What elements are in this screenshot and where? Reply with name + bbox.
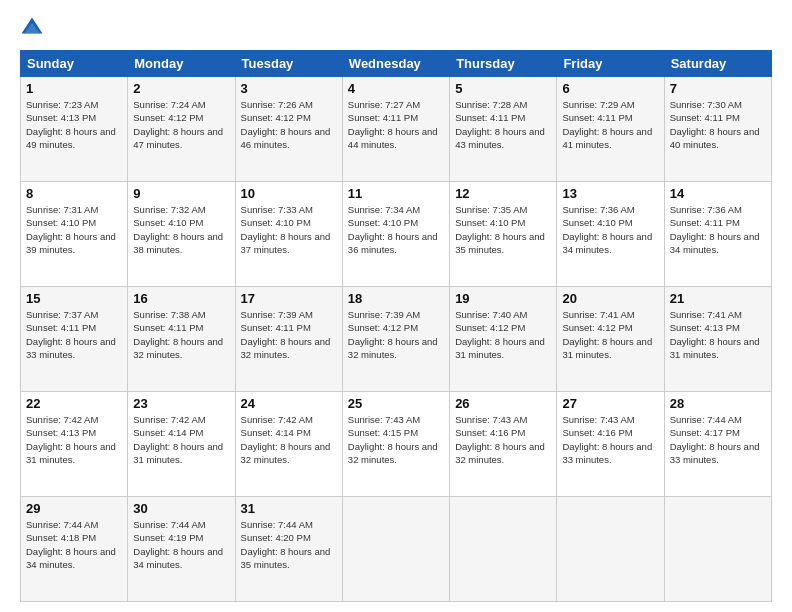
day-info: Sunrise: 7:29 AMSunset: 4:11 PMDaylight:… [562, 98, 658, 151]
calendar-cell: 2 Sunrise: 7:24 AMSunset: 4:12 PMDayligh… [128, 77, 235, 182]
weekday-header: Monday [128, 51, 235, 77]
day-number: 1 [26, 81, 122, 96]
day-number: 26 [455, 396, 551, 411]
calendar-cell: 12 Sunrise: 7:35 AMSunset: 4:10 PMDaylig… [450, 182, 557, 287]
day-number: 10 [241, 186, 337, 201]
day-info: Sunrise: 7:42 AMSunset: 4:14 PMDaylight:… [241, 413, 337, 466]
weekday-header: Friday [557, 51, 664, 77]
day-number: 27 [562, 396, 658, 411]
calendar-cell: 17 Sunrise: 7:39 AMSunset: 4:11 PMDaylig… [235, 287, 342, 392]
day-number: 9 [133, 186, 229, 201]
calendar-cell: 16 Sunrise: 7:38 AMSunset: 4:11 PMDaylig… [128, 287, 235, 392]
day-number: 28 [670, 396, 766, 411]
calendar-cell: 8 Sunrise: 7:31 AMSunset: 4:10 PMDayligh… [21, 182, 128, 287]
day-number: 22 [26, 396, 122, 411]
day-number: 31 [241, 501, 337, 516]
day-number: 20 [562, 291, 658, 306]
calendar-cell: 25 Sunrise: 7:43 AMSunset: 4:15 PMDaylig… [342, 392, 449, 497]
calendar-cell: 1 Sunrise: 7:23 AMSunset: 4:13 PMDayligh… [21, 77, 128, 182]
calendar-cell: 11 Sunrise: 7:34 AMSunset: 4:10 PMDaylig… [342, 182, 449, 287]
day-info: Sunrise: 7:44 AMSunset: 4:19 PMDaylight:… [133, 518, 229, 571]
day-number: 24 [241, 396, 337, 411]
day-info: Sunrise: 7:37 AMSunset: 4:11 PMDaylight:… [26, 308, 122, 361]
day-info: Sunrise: 7:40 AMSunset: 4:12 PMDaylight:… [455, 308, 551, 361]
calendar-cell [557, 497, 664, 602]
day-number: 3 [241, 81, 337, 96]
day-info: Sunrise: 7:39 AMSunset: 4:12 PMDaylight:… [348, 308, 444, 361]
day-number: 19 [455, 291, 551, 306]
calendar-week-row: 29 Sunrise: 7:44 AMSunset: 4:18 PMDaylig… [21, 497, 772, 602]
calendar-cell: 23 Sunrise: 7:42 AMSunset: 4:14 PMDaylig… [128, 392, 235, 497]
calendar-cell: 26 Sunrise: 7:43 AMSunset: 4:16 PMDaylig… [450, 392, 557, 497]
weekday-header: Thursday [450, 51, 557, 77]
calendar-cell [664, 497, 771, 602]
day-number: 15 [26, 291, 122, 306]
weekday-header: Tuesday [235, 51, 342, 77]
calendar-cell: 19 Sunrise: 7:40 AMSunset: 4:12 PMDaylig… [450, 287, 557, 392]
day-info: Sunrise: 7:42 AMSunset: 4:14 PMDaylight:… [133, 413, 229, 466]
day-info: Sunrise: 7:44 AMSunset: 4:17 PMDaylight:… [670, 413, 766, 466]
calendar-cell: 13 Sunrise: 7:36 AMSunset: 4:10 PMDaylig… [557, 182, 664, 287]
calendar-header-row: SundayMondayTuesdayWednesdayThursdayFrid… [21, 51, 772, 77]
calendar-cell: 3 Sunrise: 7:26 AMSunset: 4:12 PMDayligh… [235, 77, 342, 182]
calendar-table: SundayMondayTuesdayWednesdayThursdayFrid… [20, 50, 772, 602]
day-number: 8 [26, 186, 122, 201]
day-info: Sunrise: 7:36 AMSunset: 4:11 PMDaylight:… [670, 203, 766, 256]
day-info: Sunrise: 7:41 AMSunset: 4:13 PMDaylight:… [670, 308, 766, 361]
day-info: Sunrise: 7:30 AMSunset: 4:11 PMDaylight:… [670, 98, 766, 151]
weekday-header: Wednesday [342, 51, 449, 77]
day-number: 11 [348, 186, 444, 201]
day-number: 4 [348, 81, 444, 96]
day-number: 6 [562, 81, 658, 96]
day-info: Sunrise: 7:34 AMSunset: 4:10 PMDaylight:… [348, 203, 444, 256]
calendar-cell: 22 Sunrise: 7:42 AMSunset: 4:13 PMDaylig… [21, 392, 128, 497]
calendar-cell: 21 Sunrise: 7:41 AMSunset: 4:13 PMDaylig… [664, 287, 771, 392]
calendar-cell: 29 Sunrise: 7:44 AMSunset: 4:18 PMDaylig… [21, 497, 128, 602]
day-info: Sunrise: 7:24 AMSunset: 4:12 PMDaylight:… [133, 98, 229, 151]
day-info: Sunrise: 7:38 AMSunset: 4:11 PMDaylight:… [133, 308, 229, 361]
day-info: Sunrise: 7:32 AMSunset: 4:10 PMDaylight:… [133, 203, 229, 256]
day-number: 23 [133, 396, 229, 411]
day-info: Sunrise: 7:26 AMSunset: 4:12 PMDaylight:… [241, 98, 337, 151]
calendar-week-row: 22 Sunrise: 7:42 AMSunset: 4:13 PMDaylig… [21, 392, 772, 497]
weekday-header: Sunday [21, 51, 128, 77]
day-number: 29 [26, 501, 122, 516]
day-info: Sunrise: 7:31 AMSunset: 4:10 PMDaylight:… [26, 203, 122, 256]
day-info: Sunrise: 7:35 AMSunset: 4:10 PMDaylight:… [455, 203, 551, 256]
calendar-cell [450, 497, 557, 602]
calendar-cell: 30 Sunrise: 7:44 AMSunset: 4:19 PMDaylig… [128, 497, 235, 602]
day-info: Sunrise: 7:43 AMSunset: 4:15 PMDaylight:… [348, 413, 444, 466]
calendar-cell: 5 Sunrise: 7:28 AMSunset: 4:11 PMDayligh… [450, 77, 557, 182]
calendar-cell: 24 Sunrise: 7:42 AMSunset: 4:14 PMDaylig… [235, 392, 342, 497]
day-info: Sunrise: 7:44 AMSunset: 4:20 PMDaylight:… [241, 518, 337, 571]
calendar-cell: 14 Sunrise: 7:36 AMSunset: 4:11 PMDaylig… [664, 182, 771, 287]
calendar-week-row: 1 Sunrise: 7:23 AMSunset: 4:13 PMDayligh… [21, 77, 772, 182]
day-number: 21 [670, 291, 766, 306]
day-info: Sunrise: 7:44 AMSunset: 4:18 PMDaylight:… [26, 518, 122, 571]
day-number: 5 [455, 81, 551, 96]
day-number: 18 [348, 291, 444, 306]
calendar-week-row: 8 Sunrise: 7:31 AMSunset: 4:10 PMDayligh… [21, 182, 772, 287]
day-info: Sunrise: 7:43 AMSunset: 4:16 PMDaylight:… [455, 413, 551, 466]
day-number: 7 [670, 81, 766, 96]
calendar-cell: 28 Sunrise: 7:44 AMSunset: 4:17 PMDaylig… [664, 392, 771, 497]
day-number: 16 [133, 291, 229, 306]
calendar-cell: 27 Sunrise: 7:43 AMSunset: 4:16 PMDaylig… [557, 392, 664, 497]
logo [20, 16, 48, 40]
day-info: Sunrise: 7:39 AMSunset: 4:11 PMDaylight:… [241, 308, 337, 361]
logo-icon [20, 16, 44, 40]
day-info: Sunrise: 7:23 AMSunset: 4:13 PMDaylight:… [26, 98, 122, 151]
day-number: 13 [562, 186, 658, 201]
day-number: 12 [455, 186, 551, 201]
day-number: 17 [241, 291, 337, 306]
calendar-cell: 9 Sunrise: 7:32 AMSunset: 4:10 PMDayligh… [128, 182, 235, 287]
calendar-cell: 15 Sunrise: 7:37 AMSunset: 4:11 PMDaylig… [21, 287, 128, 392]
day-info: Sunrise: 7:42 AMSunset: 4:13 PMDaylight:… [26, 413, 122, 466]
calendar-cell: 31 Sunrise: 7:44 AMSunset: 4:20 PMDaylig… [235, 497, 342, 602]
day-info: Sunrise: 7:33 AMSunset: 4:10 PMDaylight:… [241, 203, 337, 256]
weekday-header: Saturday [664, 51, 771, 77]
day-number: 2 [133, 81, 229, 96]
day-info: Sunrise: 7:41 AMSunset: 4:12 PMDaylight:… [562, 308, 658, 361]
calendar-cell: 7 Sunrise: 7:30 AMSunset: 4:11 PMDayligh… [664, 77, 771, 182]
calendar-cell: 18 Sunrise: 7:39 AMSunset: 4:12 PMDaylig… [342, 287, 449, 392]
